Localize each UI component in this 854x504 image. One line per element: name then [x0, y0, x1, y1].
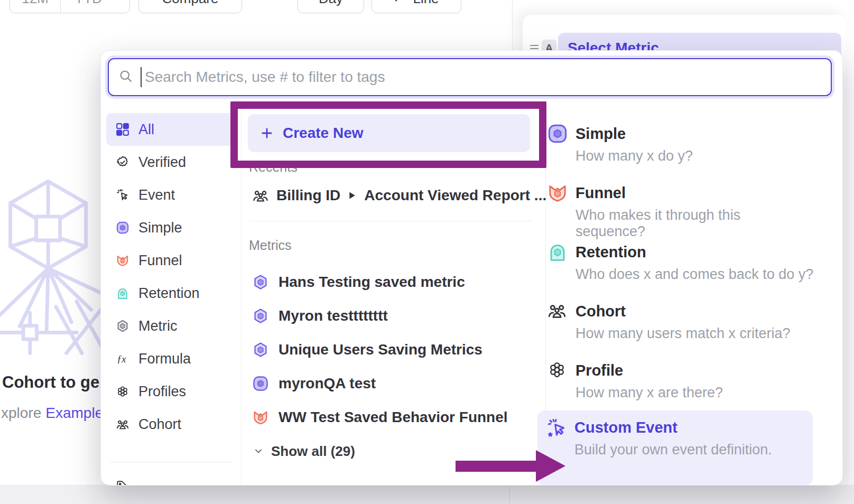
event-cursor-icon	[116, 188, 129, 202]
metric-hexagon-icon	[252, 341, 269, 358]
category-label: Profiles	[138, 384, 186, 400]
type-funnel[interactable]: Funnel Who makes it through this sequenc…	[547, 182, 814, 240]
line-label: Line	[413, 0, 439, 7]
granularity-day-button[interactable]: Day	[298, 0, 364, 13]
recents-divider	[249, 221, 532, 221]
range-ytd-label: YTD	[75, 0, 102, 7]
empty-state-illustration	[0, 175, 103, 355]
tag-icon	[116, 480, 129, 486]
metric-list-item[interactable]: WW Test Saved Behavior Funnel	[249, 400, 511, 434]
category-formula[interactable]: ƒx Formula	[106, 342, 236, 375]
metric-picker-dropdown: All Verified Event	[100, 50, 843, 486]
show-all-toggle[interactable]: Show all (29)	[250, 441, 358, 462]
svg-text:ƒx: ƒx	[117, 354, 126, 365]
create-new-button[interactable]: Create New	[248, 114, 530, 152]
category-label: Simple	[138, 220, 182, 236]
type-description: How many users match x criteria?	[575, 325, 791, 342]
range-12m-label: 12M	[22, 0, 49, 7]
metric-hexagon-icon	[252, 274, 269, 291]
metric-item-label: myronQA test	[279, 375, 376, 392]
category-all[interactable]: All	[106, 113, 236, 146]
custom-event-icon	[546, 417, 567, 439]
profiles-flower-icon	[547, 360, 568, 380]
type-description: Who makes it through this sequence?	[575, 207, 814, 240]
show-all-label: Show all (29)	[271, 443, 355, 460]
category-sidebar: All Verified Event	[101, 107, 242, 485]
metric-list-item[interactable]: Hans Testing saved metric	[249, 265, 468, 299]
category-label: Cohort	[138, 416, 181, 433]
metric-item-label: Myron testttttttt	[279, 307, 388, 324]
type-title: Cohort	[575, 301, 791, 322]
chevron-down-icon	[253, 446, 264, 456]
page-bottom-band	[0, 485, 854, 504]
type-cohort[interactable]: Cohort How many users match x criteria?	[547, 301, 814, 342]
recent-metric-item[interactable]: Billing ID Account Viewed Report ...	[249, 181, 550, 210]
type-simple[interactable]: Simple How many x do y?	[547, 123, 814, 164]
category-clipped[interactable]	[106, 470, 236, 486]
type-title: Simple	[575, 123, 693, 144]
metric-list-item[interactable]: Unique Users Saving Metrics	[249, 333, 486, 367]
chart-type-line-button[interactable]: Line	[372, 0, 461, 13]
simple-metric-icon	[116, 221, 129, 235]
category-verified[interactable]: Verified	[106, 146, 236, 179]
metric-item-label: Unique Users Saving Metrics	[279, 341, 482, 358]
category-label: Metric	[138, 318, 178, 334]
category-event[interactable]: Event	[106, 179, 236, 211]
recents-heading: Recents	[249, 160, 298, 175]
type-title: Retention	[575, 241, 813, 263]
compare-button[interactable]: Compare	[138, 0, 242, 13]
category-metric[interactable]: Metric	[106, 310, 236, 342]
range-12m-button[interactable]: 12M	[10, 0, 61, 13]
funnel-metric-icon	[547, 182, 568, 203]
metric-hexagon-icon	[252, 307, 269, 324]
chevron-down-icon	[106, 0, 116, 3]
results-column: Create New Recents Billing ID Account Vi…	[242, 107, 546, 485]
range-ytd-button[interactable]: YTD	[61, 0, 129, 13]
metric-item-label: Hans Testing saved metric	[279, 274, 465, 291]
empty-state-subtext: xploreExample	[1, 405, 103, 422]
create-new-label: Create New	[283, 125, 364, 142]
search-input[interactable]	[144, 68, 831, 86]
retention-metric-icon	[116, 286, 129, 300]
profiles-flower-icon	[116, 385, 129, 398]
category-label: Verified	[138, 154, 186, 171]
bottom-band-divider	[509, 486, 510, 504]
recent-item-secondary: Account Viewed Report ...	[364, 187, 546, 204]
category-label: All	[138, 122, 154, 138]
day-label: Day	[319, 0, 343, 7]
metric-list-item[interactable]: Myron testttttttt	[249, 299, 391, 333]
date-range-control: 12M YTD	[10, 0, 130, 13]
metric-list-item[interactable]: myronQA test	[249, 367, 379, 400]
type-title: Profile	[575, 360, 723, 381]
search-box[interactable]	[108, 58, 832, 96]
line-chart-icon	[394, 0, 407, 5]
type-title: Funnel	[575, 182, 814, 203]
cohort-people-icon	[547, 301, 568, 321]
metric-item-label: WW Test Saved Behavior Funnel	[279, 409, 508, 426]
type-retention[interactable]: Retention Who does x and comes back to d…	[547, 241, 814, 283]
explore-text: xplore	[1, 405, 41, 421]
category-cohort[interactable]: Cohort	[106, 408, 236, 441]
compare-label: Compare	[162, 0, 219, 7]
category-simple[interactable]: Simple	[106, 211, 236, 244]
sidebar-divider	[110, 462, 231, 462]
type-description: How many x are there?	[575, 385, 723, 401]
type-custom-event[interactable]: Custom Event Build your own event defini…	[537, 410, 813, 486]
formula-icon: ƒx	[116, 352, 129, 366]
category-label: Event	[138, 187, 175, 203]
category-profiles[interactable]: Profiles	[106, 375, 236, 408]
category-funnel[interactable]: Funnel	[106, 244, 236, 277]
plus-icon	[259, 126, 274, 141]
type-description: Build your own event definition.	[574, 442, 772, 458]
type-profile[interactable]: Profile How many x are there?	[547, 360, 814, 401]
simple-metric-icon	[252, 375, 269, 392]
metrics-heading: Metrics	[249, 238, 292, 253]
breadcrumb-arrow-icon	[349, 191, 356, 200]
metric-types-column: Simple How many x do y? Funnel Who makes…	[546, 107, 842, 485]
verified-badge-icon	[116, 155, 129, 169]
category-label: Retention	[138, 285, 200, 302]
example-link[interactable]: Example	[45, 405, 103, 421]
text-caret	[141, 67, 142, 87]
metric-hexagon-icon	[116, 319, 129, 333]
category-retention[interactable]: Retention	[106, 277, 236, 310]
